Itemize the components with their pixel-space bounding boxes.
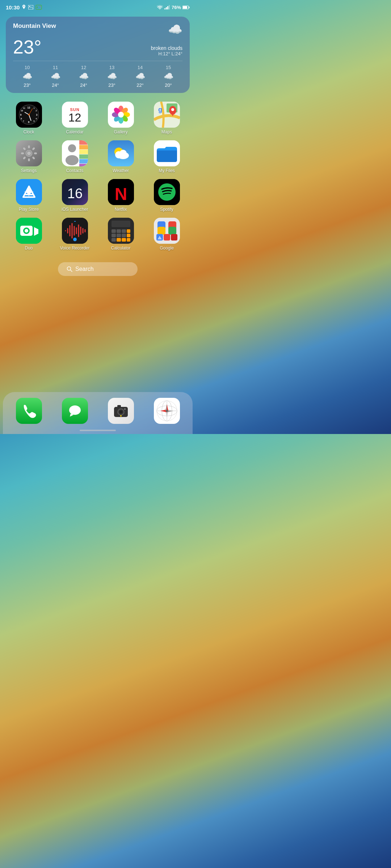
dock-messages[interactable] (60, 398, 89, 424)
svg-rect-46 (79, 159, 88, 163)
svg-rect-9 (167, 6, 168, 9)
svg-rect-37 (22, 147, 26, 150)
playstore-label: Play Store (19, 207, 39, 212)
svg-point-120 (166, 410, 168, 412)
myfiles-label: My Files (159, 168, 175, 173)
iosl-label: iOS Launcher (62, 207, 88, 212)
gallery-icon (108, 102, 134, 128)
app-row-2: Settings Conta (6, 140, 190, 173)
app-calendar[interactable]: SUN 12 Calendar (56, 102, 94, 135)
status-right: 76% (157, 5, 190, 10)
status-bar: 10:30 (0, 0, 196, 13)
forecast-day-15: 15 ☁️ 20° (154, 65, 182, 88)
spotify-label: Spotify (160, 207, 173, 212)
google-icon (154, 218, 180, 244)
svg-rect-102 (164, 234, 170, 241)
svg-rect-43 (79, 145, 88, 149)
svg-rect-83 (112, 221, 130, 227)
weather-top: Mountain View ☁️ (13, 22, 182, 36)
svg-rect-100 (168, 227, 176, 235)
svg-rect-13 (189, 7, 190, 8)
svg-rect-34 (28, 158, 30, 161)
svg-rect-103 (171, 234, 177, 241)
voicerec-label: Voice Recorder (60, 246, 89, 251)
forecast-day-12: 12 ☁️ 24° (70, 65, 98, 88)
calc-icon (108, 218, 134, 244)
maps-icon: g (154, 102, 180, 128)
messages-icon (62, 398, 88, 424)
duo-label: Duo (25, 246, 33, 251)
svg-rect-84 (112, 229, 116, 233)
google-label: Google (160, 246, 174, 251)
app-contacts[interactable]: Contacts (56, 140, 94, 173)
svg-rect-44 (79, 150, 88, 154)
svg-point-113 (120, 415, 122, 417)
contacts-label: Contacts (66, 168, 83, 173)
svg-rect-33 (32, 156, 35, 159)
maps-label: Maps (161, 129, 172, 135)
app-iosl[interactable]: 16 iOS Launcher (56, 179, 94, 212)
calc-label: Calculator (111, 246, 130, 251)
svg-rect-12 (183, 6, 187, 9)
app-voicerec[interactable]: Voice Recorder (56, 218, 94, 251)
svg-rect-32 (34, 153, 37, 154)
app-spotify[interactable]: Spotify (148, 179, 186, 212)
app-weather[interactable]: Weather (102, 140, 140, 173)
settings-icon (16, 140, 42, 166)
signal-icon (164, 5, 170, 9)
calendar-label: Calendar (66, 129, 84, 135)
svg-rect-93 (117, 238, 121, 242)
app-myfiles[interactable]: My Files (148, 140, 186, 173)
svg-rect-94 (122, 238, 126, 242)
forecast-day-10: 10 ☁️ 23° (13, 65, 41, 88)
iosl-icon: 16 (62, 179, 88, 205)
myfiles-icon (154, 140, 180, 166)
app-clock[interactable]: 12 3 6 9 1 11 2 10 4 8 5 7 (10, 102, 48, 135)
svg-point-106 (69, 405, 81, 415)
app-settings[interactable]: Settings (10, 140, 48, 173)
search-placeholder: Search (75, 266, 94, 272)
app-maps[interactable]: g Maps (148, 102, 186, 135)
svg-rect-47 (79, 164, 88, 166)
app-netflix[interactable]: N Netflix (102, 179, 140, 212)
app-calc[interactable]: Calculator (102, 218, 140, 251)
app-google[interactable]: Google (148, 218, 186, 251)
svg-point-23 (118, 112, 124, 118)
weather-city: Mountain View (13, 22, 56, 30)
gallery-icon-status (28, 5, 33, 9)
svg-point-68 (25, 229, 28, 233)
netflix-icon: N (108, 179, 134, 205)
contacts-icon (62, 140, 88, 166)
calendar-icon: SUN 12 (62, 102, 88, 128)
svg-text:N: N (114, 184, 127, 204)
svg-rect-85 (117, 229, 121, 233)
forecast-day-14: 14 ☁️ 22° (126, 65, 154, 88)
weather-forecast: 10 ☁️ 23° 11 ☁️ 24° 12 ☁️ 24° 13 ☁️ 23° … (13, 61, 182, 88)
app-row-3: ✦ Play Store (6, 179, 190, 212)
svg-rect-111 (117, 405, 121, 407)
voicerec-icon (62, 218, 88, 244)
svg-rect-91 (127, 234, 130, 237)
camera-icon (108, 398, 134, 424)
app-duo[interactable]: Duo (10, 218, 48, 251)
svg-rect-88 (112, 234, 116, 237)
weather-widget[interactable]: Mountain View ☁️ 23° broken clouds H:12°… (6, 17, 190, 93)
battery-icon (182, 5, 190, 9)
dock-phone[interactable] (14, 398, 43, 424)
app-playstore[interactable]: ✦ Play Store (10, 179, 48, 212)
svg-rect-30 (28, 145, 30, 148)
svg-rect-99 (157, 227, 165, 235)
phone-icon (16, 398, 42, 424)
svg-rect-36 (21, 153, 24, 154)
svg-rect-92 (112, 238, 116, 242)
dock-camera[interactable] (106, 398, 135, 424)
svg-point-48 (68, 144, 76, 152)
clock-icon: 12 3 6 9 1 11 2 10 4 8 5 7 (16, 102, 42, 128)
netflix-label: Netflix (115, 207, 127, 212)
app-gallery[interactable]: Gallery (102, 102, 140, 135)
dock-safari[interactable] (152, 398, 181, 424)
location-icon (22, 5, 26, 10)
search-bar[interactable]: Search (58, 262, 138, 276)
search-bar-container: Search (0, 259, 196, 282)
app-row-1: 12 3 6 9 1 11 2 10 4 8 5 7 (6, 102, 190, 135)
